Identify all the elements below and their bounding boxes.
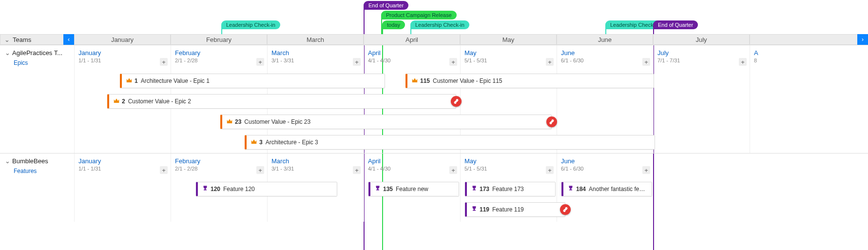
ruler-month-label: January: [111, 36, 134, 43]
trophy-icon: [471, 185, 478, 193]
add-item-button[interactable]: +: [353, 166, 361, 174]
chevron-down-icon: ⌄: [5, 157, 10, 165]
add-item-button[interactable]: +: [546, 166, 554, 174]
sprint-range: 2/1 - 2/28: [171, 165, 267, 172]
sprint-title[interactable]: June: [557, 45, 653, 57]
epic-card[interactable]: 23Customer Value - Epic 23: [220, 115, 552, 129]
epic-card[interactable]: 1Architecture Value - Epic 1: [120, 74, 385, 88]
epic-card[interactable]: 115Customer Value - Epic 115: [405, 74, 654, 88]
sprint-range: 3/1 - 3/31: [268, 165, 364, 172]
ruler-month: March: [267, 34, 364, 45]
sprint-title[interactable]: April: [364, 45, 460, 57]
dependency-link-badge[interactable]: [560, 204, 571, 215]
ruler-month-label: March: [307, 36, 324, 43]
scroll-left-button[interactable]: ‹: [63, 34, 74, 45]
sprint-range: 8: [750, 57, 868, 63]
work-item-id: 23: [235, 118, 241, 125]
timeline-marker-tag[interactable]: Product Campaign Release: [381, 11, 457, 19]
scroll-right-button[interactable]: ›: [857, 34, 868, 45]
add-item-button[interactable]: +: [642, 166, 650, 174]
epic-card[interactable]: 2Customer Value - Epic 2: [107, 94, 456, 109]
add-item-button[interactable]: +: [160, 166, 168, 174]
sprint-column: A8: [750, 45, 868, 154]
timeline-marker-label: Product Campaign Release: [386, 12, 452, 18]
sprint-title[interactable]: March: [268, 45, 364, 57]
sprint-title[interactable]: January: [75, 154, 171, 165]
timeline-marker-label: Leadership Check-in: [226, 22, 275, 28]
ruler-sidebar-label: Teams: [13, 36, 31, 43]
sprint-title[interactable]: July: [654, 45, 750, 57]
sprint-title[interactable]: June: [557, 154, 653, 165]
add-item-button[interactable]: +: [353, 58, 361, 66]
add-item-button[interactable]: +: [449, 166, 457, 174]
add-item-button[interactable]: +: [546, 58, 554, 66]
add-item-button[interactable]: +: [642, 58, 650, 66]
sprint-range: 4/1 - 4/30: [364, 165, 460, 172]
month-ruler: ⌄TeamsJanuaryFebruaryMarchAprilMayJuneJu…: [0, 34, 868, 45]
ruler-month-label: February: [206, 36, 231, 43]
sprint-title[interactable]: February: [171, 45, 267, 57]
ruler-month-label: July: [695, 36, 707, 43]
add-item-button[interactable]: +: [160, 58, 168, 66]
sprint-range: 5/1 - 5/31: [461, 165, 557, 172]
lane-team-label: BumbleBees: [12, 157, 48, 165]
add-item-button[interactable]: +: [739, 58, 747, 66]
epic-card[interactable]: 3Architecture - Epic 3: [245, 135, 655, 150]
add-item-button[interactable]: +: [256, 58, 264, 66]
timeline-marker-tag[interactable]: today: [382, 20, 405, 29]
work-item-id: 115: [420, 77, 430, 84]
lane-subtype-label[interactable]: Epics: [14, 59, 69, 66]
work-item-title: Feature 173: [492, 186, 524, 192]
feature-card[interactable]: 120Feature 120: [196, 182, 337, 196]
timeline-marker-tag[interactable]: End of Quarter: [364, 1, 408, 10]
ruler-months: JanuaryFebruaryMarchAprilMayJuneJuly: [74, 34, 868, 45]
lane-subtype-label[interactable]: Features: [14, 168, 69, 174]
timeline-marker-label: End of Quarter: [658, 22, 693, 28]
work-item-id: 173: [480, 186, 489, 192]
lane-toggle[interactable]: ⌄AgilePractices T...: [5, 49, 69, 57]
work-item-title: Feature new: [396, 186, 428, 192]
sprint-title[interactable]: May: [461, 45, 557, 57]
add-item-button[interactable]: +: [449, 58, 457, 66]
crown-icon: [113, 97, 120, 106]
delivery-plan-viewport: End of QuarterProduct Campaign Releaseto…: [0, 0, 868, 250]
sprint-title[interactable]: March: [268, 154, 364, 165]
work-item-id: 135: [383, 186, 393, 192]
timeline-marker-tag[interactable]: Leadership Check-in: [410, 20, 469, 29]
sprint-range: 7/1 - 7/31: [654, 57, 750, 63]
dependency-link-badge[interactable]: [451, 96, 462, 107]
sprint-range: 6/1 - 6/30: [557, 57, 653, 63]
trophy-icon: [374, 185, 381, 193]
chevron-down-icon[interactable]: ⌄: [4, 36, 10, 43]
feature-card[interactable]: 184Another fantastic feature: [561, 182, 652, 196]
timeline-marker-tag[interactable]: End of Quarter: [653, 20, 698, 29]
ruler-month: April: [364, 34, 460, 45]
trophy-icon: [202, 185, 209, 193]
sprint-range: 3/1 - 3/31: [268, 57, 364, 63]
lane-body: January1/1 - 1/31+February2/1 - 2/28+Mar…: [74, 45, 868, 153]
ruler-month: [750, 34, 868, 45]
feature-card[interactable]: 173Feature 173: [465, 182, 556, 196]
ruler-month: July: [653, 34, 750, 45]
work-item-id: 119: [480, 206, 489, 213]
timeline-marker-tag[interactable]: Leadership Check-in: [221, 20, 280, 29]
lane-toggle[interactable]: ⌄BumbleBees: [5, 157, 69, 165]
lane-header: ⌄AgilePractices T...Epics: [0, 45, 74, 153]
work-item-title: Architecture Value - Epic 1: [141, 77, 210, 84]
sprint-title[interactable]: May: [461, 154, 557, 165]
sprint-column: January1/1 - 1/31+: [74, 154, 171, 222]
ruler-month-label: May: [502, 36, 515, 43]
work-item-id: 184: [576, 186, 586, 192]
sprint-title[interactable]: February: [171, 154, 267, 165]
trophy-icon: [567, 185, 574, 193]
lane-team-label: AgilePractices T...: [12, 49, 62, 57]
dependency-link-badge[interactable]: [546, 116, 557, 127]
feature-card[interactable]: 135Feature new: [368, 182, 459, 196]
sprint-title[interactable]: April: [364, 154, 460, 165]
feature-card[interactable]: 119Feature 119: [465, 202, 565, 217]
add-item-button[interactable]: +: [256, 166, 264, 174]
lane-body: January1/1 - 1/31+February2/1 - 2/28+Mar…: [74, 153, 868, 221]
timeline-marker-label: today: [387, 22, 400, 28]
sprint-title[interactable]: January: [75, 45, 171, 57]
sprint-title[interactable]: A: [750, 45, 868, 57]
